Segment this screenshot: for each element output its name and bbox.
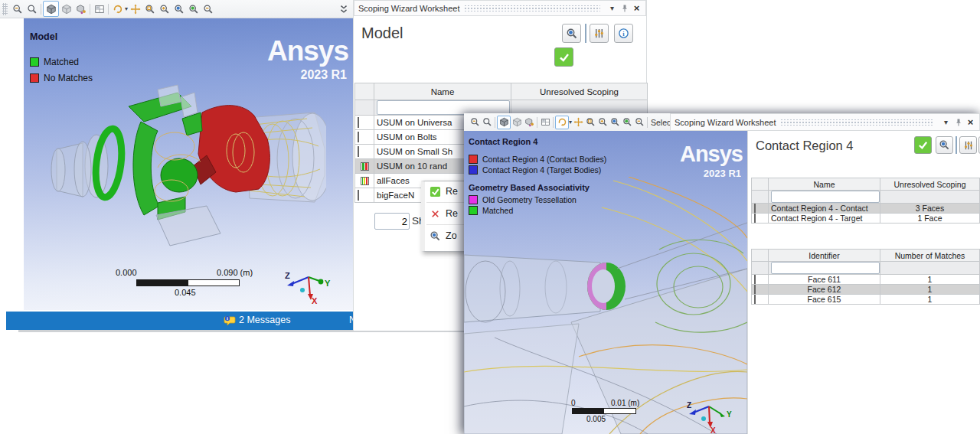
viewport-legend-title: Contact Region 4 (469, 137, 537, 146)
panel-menu-caret-icon[interactable]: ▾ (607, 3, 617, 13)
identifier-matches-table: Identifier Number of Matches Face 611 1 … (751, 249, 980, 305)
value-column-header[interactable]: Unresolved Scoping (880, 178, 980, 191)
row-name: Contact Region 4 - Contact (769, 204, 880, 214)
exploded-view-icon[interactable] (523, 116, 535, 129)
zoom-out-icon[interactable] (469, 116, 481, 129)
graphics-toolbar: ▾ (0, 0, 353, 18)
zoom-plus-icon[interactable] (596, 116, 609, 129)
info-button[interactable] (614, 24, 633, 43)
row-name: Face 611 (769, 275, 880, 285)
messages-bubble-icon[interactable] (224, 315, 236, 329)
worksheet-heading: Contact Region 4 (756, 139, 854, 153)
shaded-cube-icon[interactable] (43, 1, 59, 17)
zoom-in-icon[interactable] (24, 2, 39, 16)
unresolved-column-header[interactable]: Unresolved Scoping (511, 83, 648, 100)
table-row-selected[interactable]: Contact Region 4 - Contact 3 Faces (752, 204, 980, 214)
rotate-icon[interactable] (110, 2, 125, 16)
contact-bodies-swatch (469, 155, 478, 164)
count-input[interactable] (374, 213, 410, 230)
identifier-column-header[interactable]: Identifier (769, 250, 880, 262)
gray-cube-icon[interactable] (59, 2, 74, 16)
zoom-in-icon[interactable] (481, 116, 493, 129)
toolbar-separator (41, 4, 41, 15)
worksheet-heading: Model (361, 24, 403, 42)
ruler-min-label: 0 (571, 399, 576, 407)
legend-item: Matched (30, 57, 79, 67)
zoom-globe-blue-icon[interactable] (172, 2, 186, 16)
row-name: Face 612 (769, 285, 880, 295)
status-square (754, 204, 756, 214)
options-sliders-button[interactable] (959, 136, 977, 154)
gray-cube-icon[interactable] (511, 116, 523, 129)
panel-title: Scoping Wizard Worksheet (675, 118, 776, 127)
box-zoom-icon[interactable] (142, 2, 157, 16)
rotate-icon[interactable] (555, 116, 569, 129)
menu-item-label: Re (446, 186, 458, 197)
filter-row (752, 191, 980, 204)
name-column-header[interactable]: Name (769, 178, 880, 191)
toolbar-chevrons-icon[interactable] (336, 2, 351, 16)
matched-swatch (30, 57, 39, 67)
pan-icon[interactable] (128, 2, 142, 16)
panel-titlebar[interactable]: Scoping Wizard Worksheet ▾ × (354, 0, 646, 16)
status-square (358, 146, 359, 157)
exploded-view-icon[interactable] (74, 2, 88, 16)
messages-status[interactable]: 2 Messages (239, 315, 290, 325)
ruler-mid-label: 0.005 (586, 415, 606, 423)
toolbar-separator (537, 117, 537, 128)
triad-y-label: Y (325, 279, 331, 288)
options-sliders-button[interactable] (590, 24, 609, 43)
row-value: 1 (880, 275, 980, 285)
row-value: 1 (880, 295, 980, 305)
zoom-globe-green-icon[interactable] (621, 116, 633, 129)
name-column-header[interactable]: Name (374, 83, 511, 100)
panel-menu-caret-icon[interactable]: ▾ (941, 117, 951, 127)
zoom-globe-green-icon[interactable] (186, 2, 201, 16)
close-icon[interactable]: × (965, 117, 975, 127)
viewport-layout-icon[interactable] (539, 116, 551, 129)
close-icon[interactable]: × (632, 3, 642, 13)
table-row-selected[interactable]: Face 612 1 (752, 285, 980, 295)
zoom-minus-icon[interactable] (201, 2, 215, 16)
zoom-to-button[interactable] (936, 136, 953, 154)
zoom-globe-blue-icon[interactable] (609, 116, 621, 129)
box-zoom-icon[interactable] (584, 116, 596, 129)
orientation-triad[interactable]: Z Y X (284, 266, 332, 305)
row-name: Contact Region 4 - Target (769, 214, 880, 224)
button-separator (956, 136, 957, 154)
table-row[interactable]: Face 615 1 (752, 295, 980, 305)
toolbar-drag-handle[interactable] (2, 3, 8, 15)
table-row[interactable]: Contact Region 4 - Target 1 Face (752, 214, 980, 224)
row-value: 1 (880, 285, 980, 295)
panel-titlebar[interactable]: Scoping Wizard Worksheet ▾ × (670, 113, 980, 131)
contact-region-window: ▾ Select Mode ▾ Scoping Wizard Worksheet… (464, 113, 980, 434)
pin-icon[interactable] (619, 3, 629, 13)
model-viewport[interactable]: Model Matched No Matches Ansys 2023 R1 (24, 18, 353, 310)
shaded-cube-icon[interactable] (497, 116, 511, 129)
status-column-header[interactable] (355, 83, 374, 100)
apply-check-button[interactable] (554, 47, 573, 67)
pin-icon[interactable] (953, 117, 963, 127)
zoom-out-icon[interactable] (10, 2, 24, 16)
triad-z-label: Z (285, 271, 290, 280)
pan-icon[interactable] (572, 116, 584, 129)
zoom-plus-icon[interactable] (157, 2, 172, 16)
status-column-header[interactable] (752, 178, 769, 191)
cross-icon (430, 208, 441, 220)
orientation-triad[interactable]: Z Y X (686, 397, 733, 434)
apply-check-button[interactable] (914, 136, 932, 154)
name-filter-input[interactable] (771, 191, 880, 203)
select-label[interactable]: Select (651, 118, 670, 127)
matches-column-header[interactable]: Number of Matches (880, 250, 980, 262)
no-matches-swatch (30, 73, 39, 83)
scoping-wizard-panel: Contact Region 4 Name Unresolved Scoping (747, 131, 980, 434)
contact-viewport[interactable]: Contact Region 4 Contact Region 4 (Conta… (464, 131, 747, 434)
table-row[interactable]: Face 611 1 (752, 275, 980, 285)
legend-label: Contact Region 4 (Contact Bodies) (482, 155, 606, 164)
status-column-header[interactable] (752, 250, 769, 262)
triad-y-label: Y (727, 410, 732, 419)
zoom-minus-icon[interactable] (633, 116, 645, 129)
viewport-layout-icon[interactable] (92, 2, 106, 16)
zoom-to-button[interactable] (562, 24, 581, 43)
identifier-filter-input[interactable] (771, 262, 880, 274)
